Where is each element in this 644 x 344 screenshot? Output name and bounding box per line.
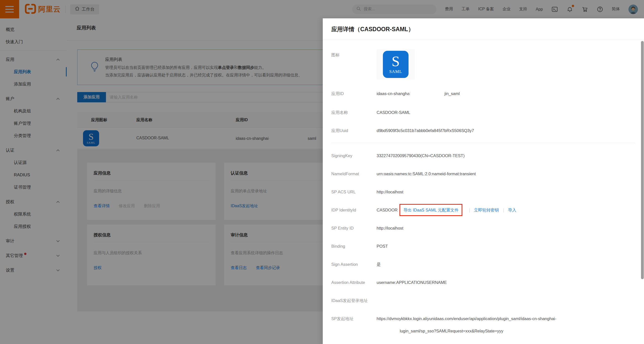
field-value: POST — [377, 243, 388, 249]
field-label: Binding — [331, 243, 377, 249]
drawer-scrollbar-thumb[interactable] — [641, 41, 644, 279]
app-icon-frame: S SAML — [377, 49, 415, 79]
field-label: 应用Uuid — [331, 128, 377, 133]
field-sp-acs-url: SP ACS URL http://localhost — [331, 189, 635, 195]
field-value: urn:oasis:names:tc:SAML:2.0:nameid-forma… — [377, 171, 476, 177]
app-detail-drawer: 应用详情（CASDOOR-SAML） 图标 S SAML 应用ID idaas-… — [323, 18, 644, 344]
field-sign-assertion: Sign Assertion 是 — [331, 262, 635, 267]
field-binding: Binding POST — [331, 243, 635, 249]
drawer-body: 图标 S SAML 应用ID idaas-cn-shanghaijin_saml… — [323, 40, 644, 344]
field-value: https://dvmoykbkkx.login.aliyunidaas.com… — [377, 316, 556, 334]
field-label: Assertion Attribute — [331, 280, 377, 285]
field-label: SP发起地址 — [331, 316, 377, 334]
field-nameid-format: NameIdFormat urn:oasis:names:tc:SAML:2.0… — [331, 171, 635, 177]
field-label: SP Entity ID — [331, 225, 377, 231]
link-separator: ｜ — [467, 207, 471, 213]
field-value: idaas-cn-shanghaijin_saml — [377, 91, 460, 97]
field-value: 是 — [377, 262, 381, 267]
field-app-name: 应用名称 CASDOOR-SAML — [331, 110, 635, 115]
import-link[interactable]: 导入 — [508, 207, 516, 213]
field-assertion-attribute: Assertion Attribute username:APPLICATION… — [331, 280, 635, 285]
field-app-uuid: 应用Uuid d9bd5909f3c5c031b7abbb0efa845f7bR… — [331, 128, 635, 133]
field-sp-initiated-url: SP发起地址 https://dvmoykbkkx.login.aliyunid… — [331, 316, 635, 334]
field-label: NameIdFormat — [331, 171, 377, 177]
field-idp-identity-id: IDP IdentityId CASDOOR 导出 IDaaS SAML 元配置… — [331, 207, 635, 213]
field-value: 3322747020095790430(CN=CASDOOR-TEST) — [377, 153, 465, 158]
link-separator: ｜ — [501, 207, 505, 213]
red-highlight-box: 导出 IDaaS SAML 元配置文件 — [399, 204, 462, 216]
field-label: 应用名称 — [331, 110, 377, 115]
drawer-title: 应用详情（CASDOOR-SAML） — [331, 25, 414, 33]
section-divider — [331, 143, 635, 143]
field-label: IDP IdentityId — [331, 207, 377, 213]
sp-url-line2: lugin_saml/sp_sso?SAMLRequest=xxx&RelayS… — [377, 328, 556, 334]
field-app-id: 应用ID idaas-cn-shanghaijin_saml — [331, 91, 635, 97]
field-value: http://localhost — [377, 225, 403, 231]
field-label: 图标 — [331, 52, 377, 79]
field-label: SigningKey — [331, 153, 377, 158]
export-saml-metadata-link[interactable]: 导出 IDaaS SAML 元配置文件 — [403, 208, 458, 212]
field-sp-entity-id: SP Entity ID http://localhost — [331, 225, 635, 231]
field-value: CASDOOR 导出 IDaaS SAML 元配置文件 ｜ 立即轮转密钥 ｜ 导… — [377, 207, 516, 213]
field-value: username:APPLICATIONUSERNAME — [377, 280, 447, 285]
field-label: SP ACS URL — [331, 189, 377, 195]
field-icon: 图标 S SAML — [331, 52, 635, 79]
redaction-blur — [377, 328, 400, 334]
idaas-console: 阿里云 工作台 搜索... 费用 工单 ICP 备案 企业 支持 App — [0, 0, 644, 344]
sp-url-line1: https://dvmoykbkkx.login.aliyunidaas.com… — [377, 316, 556, 321]
field-value: http://localhost — [377, 189, 403, 195]
field-idaas-login-url: IDaaS发起登录地址 — [331, 298, 635, 303]
field-value: d9bd5909f3c5c031b7abbb0efa845f7bRxS506SQ… — [377, 128, 474, 133]
rotate-key-link[interactable]: 立即轮转密钥 — [474, 207, 499, 213]
field-label: 应用ID — [331, 91, 377, 97]
field-value: CASDOOR-SAML — [377, 110, 410, 115]
field-label: Sign Assertion — [331, 262, 377, 267]
saml-app-icon-large: S SAML — [383, 51, 409, 78]
redaction-blur — [411, 91, 445, 97]
field-label: IDaaS发起登录地址 — [331, 298, 377, 303]
field-signing-key: SigningKey 3322747020095790430(CN=CASDOO… — [331, 153, 635, 158]
